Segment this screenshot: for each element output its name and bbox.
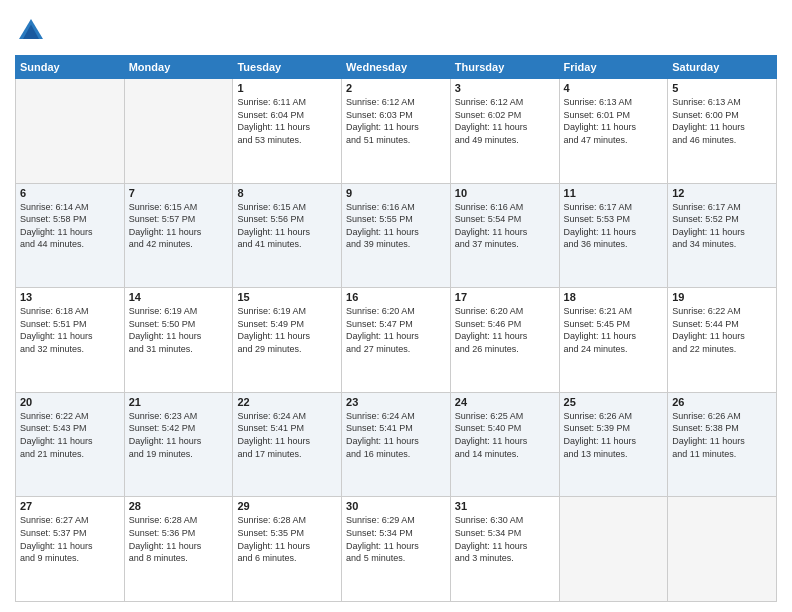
- day-info: Sunrise: 6:28 AM Sunset: 5:35 PM Dayligh…: [237, 514, 337, 564]
- day-info: Sunrise: 6:25 AM Sunset: 5:40 PM Dayligh…: [455, 410, 555, 460]
- calendar: SundayMondayTuesdayWednesdayThursdayFrid…: [15, 55, 777, 602]
- calendar-cell: 10Sunrise: 6:16 AM Sunset: 5:54 PM Dayli…: [450, 183, 559, 288]
- day-info: Sunrise: 6:29 AM Sunset: 5:34 PM Dayligh…: [346, 514, 446, 564]
- day-number: 31: [455, 500, 555, 512]
- calendar-cell: 5Sunrise: 6:13 AM Sunset: 6:00 PM Daylig…: [668, 79, 777, 184]
- day-number: 6: [20, 187, 120, 199]
- day-number: 27: [20, 500, 120, 512]
- day-number: 12: [672, 187, 772, 199]
- calendar-cell: 29Sunrise: 6:28 AM Sunset: 5:35 PM Dayli…: [233, 497, 342, 602]
- day-number: 18: [564, 291, 664, 303]
- day-number: 2: [346, 82, 446, 94]
- calendar-cell: 23Sunrise: 6:24 AM Sunset: 5:41 PM Dayli…: [342, 392, 451, 497]
- day-number: 3: [455, 82, 555, 94]
- day-info: Sunrise: 6:30 AM Sunset: 5:34 PM Dayligh…: [455, 514, 555, 564]
- weekday-row: SundayMondayTuesdayWednesdayThursdayFrid…: [16, 56, 777, 79]
- day-info: Sunrise: 6:18 AM Sunset: 5:51 PM Dayligh…: [20, 305, 120, 355]
- calendar-body: 1Sunrise: 6:11 AM Sunset: 6:04 PM Daylig…: [16, 79, 777, 602]
- calendar-cell: 7Sunrise: 6:15 AM Sunset: 5:57 PM Daylig…: [124, 183, 233, 288]
- day-info: Sunrise: 6:15 AM Sunset: 5:57 PM Dayligh…: [129, 201, 229, 251]
- day-number: 22: [237, 396, 337, 408]
- day-number: 10: [455, 187, 555, 199]
- calendar-cell: 2Sunrise: 6:12 AM Sunset: 6:03 PM Daylig…: [342, 79, 451, 184]
- day-number: 24: [455, 396, 555, 408]
- calendar-cell: 8Sunrise: 6:15 AM Sunset: 5:56 PM Daylig…: [233, 183, 342, 288]
- calendar-cell: 27Sunrise: 6:27 AM Sunset: 5:37 PM Dayli…: [16, 497, 125, 602]
- calendar-cell: [124, 79, 233, 184]
- calendar-week-row: 1Sunrise: 6:11 AM Sunset: 6:04 PM Daylig…: [16, 79, 777, 184]
- day-number: 23: [346, 396, 446, 408]
- page: SundayMondayTuesdayWednesdayThursdayFrid…: [0, 0, 792, 612]
- day-number: 8: [237, 187, 337, 199]
- calendar-cell: 9Sunrise: 6:16 AM Sunset: 5:55 PM Daylig…: [342, 183, 451, 288]
- day-number: 9: [346, 187, 446, 199]
- day-info: Sunrise: 6:20 AM Sunset: 5:46 PM Dayligh…: [455, 305, 555, 355]
- day-info: Sunrise: 6:16 AM Sunset: 5:54 PM Dayligh…: [455, 201, 555, 251]
- calendar-cell: 31Sunrise: 6:30 AM Sunset: 5:34 PM Dayli…: [450, 497, 559, 602]
- day-info: Sunrise: 6:19 AM Sunset: 5:49 PM Dayligh…: [237, 305, 337, 355]
- day-number: 25: [564, 396, 664, 408]
- day-info: Sunrise: 6:20 AM Sunset: 5:47 PM Dayligh…: [346, 305, 446, 355]
- day-number: 26: [672, 396, 772, 408]
- day-number: 19: [672, 291, 772, 303]
- calendar-cell: 1Sunrise: 6:11 AM Sunset: 6:04 PM Daylig…: [233, 79, 342, 184]
- calendar-cell: 12Sunrise: 6:17 AM Sunset: 5:52 PM Dayli…: [668, 183, 777, 288]
- day-number: 5: [672, 82, 772, 94]
- weekday-header: Wednesday: [342, 56, 451, 79]
- day-info: Sunrise: 6:13 AM Sunset: 6:01 PM Dayligh…: [564, 96, 664, 146]
- calendar-cell: [16, 79, 125, 184]
- day-info: Sunrise: 6:23 AM Sunset: 5:42 PM Dayligh…: [129, 410, 229, 460]
- weekday-header: Monday: [124, 56, 233, 79]
- calendar-cell: 6Sunrise: 6:14 AM Sunset: 5:58 PM Daylig…: [16, 183, 125, 288]
- calendar-cell: 4Sunrise: 6:13 AM Sunset: 6:01 PM Daylig…: [559, 79, 668, 184]
- calendar-cell: 13Sunrise: 6:18 AM Sunset: 5:51 PM Dayli…: [16, 288, 125, 393]
- calendar-week-row: 13Sunrise: 6:18 AM Sunset: 5:51 PM Dayli…: [16, 288, 777, 393]
- day-info: Sunrise: 6:12 AM Sunset: 6:03 PM Dayligh…: [346, 96, 446, 146]
- calendar-cell: 25Sunrise: 6:26 AM Sunset: 5:39 PM Dayli…: [559, 392, 668, 497]
- logo-icon: [15, 15, 47, 47]
- day-number: 13: [20, 291, 120, 303]
- calendar-header: SundayMondayTuesdayWednesdayThursdayFrid…: [16, 56, 777, 79]
- calendar-week-row: 20Sunrise: 6:22 AM Sunset: 5:43 PM Dayli…: [16, 392, 777, 497]
- day-info: Sunrise: 6:22 AM Sunset: 5:43 PM Dayligh…: [20, 410, 120, 460]
- calendar-cell: 15Sunrise: 6:19 AM Sunset: 5:49 PM Dayli…: [233, 288, 342, 393]
- day-info: Sunrise: 6:26 AM Sunset: 5:38 PM Dayligh…: [672, 410, 772, 460]
- day-number: 21: [129, 396, 229, 408]
- weekday-header: Friday: [559, 56, 668, 79]
- day-info: Sunrise: 6:13 AM Sunset: 6:00 PM Dayligh…: [672, 96, 772, 146]
- day-info: Sunrise: 6:14 AM Sunset: 5:58 PM Dayligh…: [20, 201, 120, 251]
- day-number: 4: [564, 82, 664, 94]
- day-number: 7: [129, 187, 229, 199]
- calendar-cell: 30Sunrise: 6:29 AM Sunset: 5:34 PM Dayli…: [342, 497, 451, 602]
- calendar-cell: 18Sunrise: 6:21 AM Sunset: 5:45 PM Dayli…: [559, 288, 668, 393]
- weekday-header: Saturday: [668, 56, 777, 79]
- logo: [15, 15, 51, 47]
- day-number: 20: [20, 396, 120, 408]
- calendar-cell: 26Sunrise: 6:26 AM Sunset: 5:38 PM Dayli…: [668, 392, 777, 497]
- day-number: 16: [346, 291, 446, 303]
- day-info: Sunrise: 6:16 AM Sunset: 5:55 PM Dayligh…: [346, 201, 446, 251]
- calendar-cell: 20Sunrise: 6:22 AM Sunset: 5:43 PM Dayli…: [16, 392, 125, 497]
- calendar-cell: 28Sunrise: 6:28 AM Sunset: 5:36 PM Dayli…: [124, 497, 233, 602]
- calendar-cell: [668, 497, 777, 602]
- day-number: 30: [346, 500, 446, 512]
- day-number: 11: [564, 187, 664, 199]
- day-info: Sunrise: 6:11 AM Sunset: 6:04 PM Dayligh…: [237, 96, 337, 146]
- day-info: Sunrise: 6:21 AM Sunset: 5:45 PM Dayligh…: [564, 305, 664, 355]
- day-number: 17: [455, 291, 555, 303]
- day-info: Sunrise: 6:17 AM Sunset: 5:52 PM Dayligh…: [672, 201, 772, 251]
- day-info: Sunrise: 6:17 AM Sunset: 5:53 PM Dayligh…: [564, 201, 664, 251]
- weekday-header: Thursday: [450, 56, 559, 79]
- calendar-cell: 11Sunrise: 6:17 AM Sunset: 5:53 PM Dayli…: [559, 183, 668, 288]
- calendar-cell: 17Sunrise: 6:20 AM Sunset: 5:46 PM Dayli…: [450, 288, 559, 393]
- day-number: 1: [237, 82, 337, 94]
- calendar-cell: 19Sunrise: 6:22 AM Sunset: 5:44 PM Dayli…: [668, 288, 777, 393]
- day-info: Sunrise: 6:24 AM Sunset: 5:41 PM Dayligh…: [237, 410, 337, 460]
- day-info: Sunrise: 6:22 AM Sunset: 5:44 PM Dayligh…: [672, 305, 772, 355]
- day-info: Sunrise: 6:12 AM Sunset: 6:02 PM Dayligh…: [455, 96, 555, 146]
- calendar-cell: 21Sunrise: 6:23 AM Sunset: 5:42 PM Dayli…: [124, 392, 233, 497]
- day-number: 29: [237, 500, 337, 512]
- day-number: 14: [129, 291, 229, 303]
- calendar-week-row: 6Sunrise: 6:14 AM Sunset: 5:58 PM Daylig…: [16, 183, 777, 288]
- day-info: Sunrise: 6:15 AM Sunset: 5:56 PM Dayligh…: [237, 201, 337, 251]
